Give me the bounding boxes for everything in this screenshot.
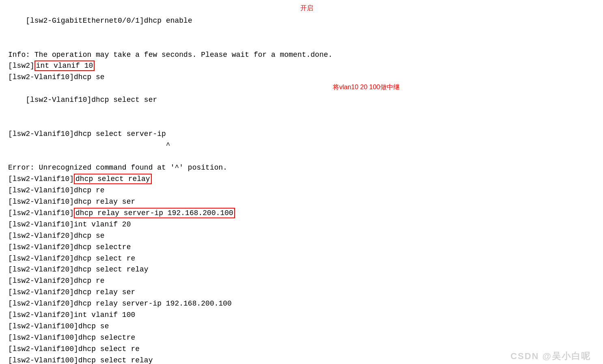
boxed-int-vlanif10: int vlanif 10 xyxy=(34,60,95,71)
line-5: [lsw2-Vlanif10]dhcp select ser 将vlan10 2… xyxy=(8,83,595,129)
line-19: [lsw2-Vlanif20]dhcp re xyxy=(8,276,595,287)
line-2: Info: The operation may take a few secon… xyxy=(8,50,595,61)
line-21: [lsw2-Vlanif20]dhcp relay server-ip 192.… xyxy=(8,298,595,310)
annotation-vlan: 将vlan10 20 100做中继 xyxy=(333,82,400,93)
line-3: [lsw2]int vlanif 10 xyxy=(8,60,595,72)
terminal-output: [lsw2-GigabitEthernet0/0/1]dhcp enable 开… xyxy=(0,0,603,364)
line-23: [lsw2-Vlanif100]dhcp se xyxy=(8,321,595,332)
line-22: [lsw2-Vlanif20]int vlanif 100 xyxy=(8,310,595,321)
annotation-kaishi: 开启 xyxy=(300,3,313,13)
line-8-blank xyxy=(8,151,595,163)
line-13: [lsw2-Vlanif10]dhcp relay server-ip 192.… xyxy=(8,208,595,219)
line-14: [lsw2-Vlanif10]int vlanif 20 xyxy=(8,219,595,230)
line-5-text: [lsw2-Vlanif10]dhcp select ser xyxy=(26,96,157,104)
watermark: CSDN @吴小白呢 xyxy=(510,350,591,362)
line-11: [lsw2-Vlanif10]dhcp re xyxy=(8,185,595,196)
line-1: [lsw2-GigabitEthernet0/0/1]dhcp enable 开… xyxy=(8,4,595,50)
line-24: [lsw2-Vlanif100]dhcp selectre xyxy=(8,332,595,344)
line-20: [lsw2-Vlanif20]dhcp relay ser xyxy=(8,287,595,298)
line-17: [lsw2-Vlanif20]dhcp select re xyxy=(8,253,595,265)
line-16: [lsw2-Vlanif20]dhcp selectre xyxy=(8,242,595,253)
line-1-text: [lsw2-GigabitEthernet0/0/1]dhcp enable xyxy=(26,17,192,25)
line-9: Error: Unrecognized command found at '^'… xyxy=(8,162,595,174)
line-26: [lsw2-Vlanif100]dhcp select relay xyxy=(8,355,595,364)
boxed-dhcp-select-relay: dhcp select relay xyxy=(74,174,152,184)
line-7: ^ xyxy=(8,140,595,151)
line-6: [lsw2-Vlanif10]dhcp select server-ip xyxy=(8,129,595,140)
line-12: [lsw2-Vlanif10]dhcp relay ser xyxy=(8,196,595,208)
line-4: [lsw2-Vlanif10]dhcp se xyxy=(8,72,595,83)
line-10: [lsw2-Vlanif10]dhcp select relay xyxy=(8,174,595,185)
line-15: [lsw2-Vlanif20]dhcp se xyxy=(8,230,595,242)
line-25: [lsw2-Vlanif100]dhcp select re xyxy=(8,344,595,355)
line-18: [lsw2-Vlanif20]dhcp select relay xyxy=(8,264,595,276)
boxed-dhcp-relay-server-ip: dhcp relay server-ip 192.168.200.100 xyxy=(74,208,235,218)
